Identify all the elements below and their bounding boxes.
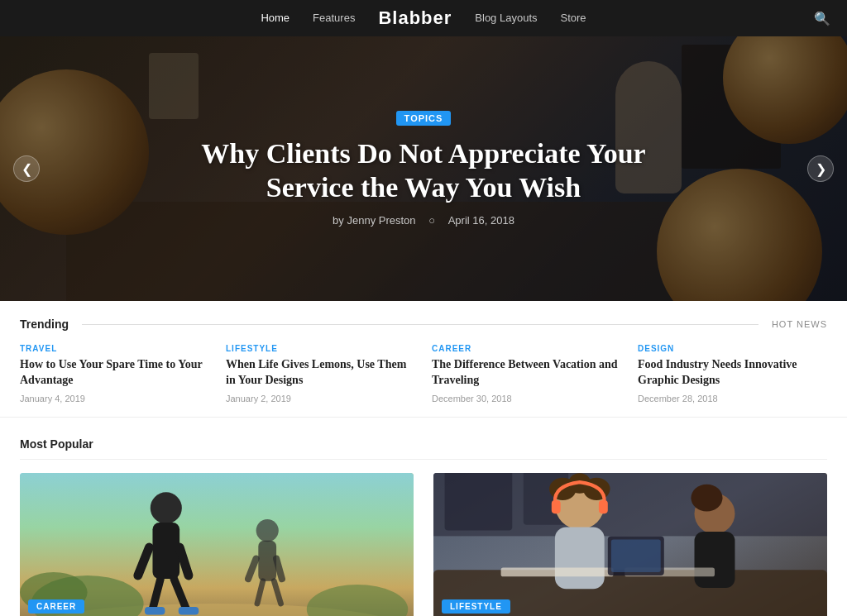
svg-rect-29 <box>599 500 608 513</box>
svg-point-32 <box>691 485 722 512</box>
trending-date-2: January 2, 2019 <box>226 394 415 404</box>
trending-items: TRAVEL How to Use Your Spare Time to You… <box>20 344 827 404</box>
popular-card-1: CAREER What Keeps Us Going: Find Your Wa… <box>20 473 414 616</box>
list-item: TRAVEL How to Use Your Spare Time to You… <box>20 344 209 404</box>
hero-meta-separator: ○ <box>428 214 435 227</box>
workshop-illustration <box>433 473 827 616</box>
popular-card-2: LIFESTYLE There Is No Way People Can Tak… <box>433 473 827 616</box>
hero-title: Why Clients Do Not Appreciate Your Servi… <box>192 137 655 205</box>
trending-title-4[interactable]: Food Industry Needs Innovative Graphic D… <box>638 357 827 389</box>
hero-author: by Jenny Preston <box>333 214 415 227</box>
trending-divider <box>82 324 758 325</box>
popular-section: Most Popular <box>0 418 847 616</box>
popular-card-image-2[interactable]: LIFESTYLE <box>433 473 827 616</box>
list-item: CAREER The Difference Between Vacation a… <box>432 344 621 404</box>
search-icon[interactable]: 🔍 <box>814 11 830 26</box>
nav-store[interactable]: Store <box>561 12 586 24</box>
nav-links: Home Features Blabber Blog Layouts Store <box>261 7 586 29</box>
list-item: LIFESTYLE When Life Gives Lemons, Use Th… <box>226 344 415 404</box>
trending-category-4[interactable]: DESIGN <box>638 344 827 353</box>
hero-section: ❮ TOPICS Why Clients Do Not Appreciate Y… <box>0 36 847 301</box>
workshop-image <box>433 473 827 616</box>
popular-card-image-1[interactable]: CAREER <box>20 473 414 616</box>
hero-next-button[interactable]: ❯ <box>807 155 834 182</box>
popular-card-2-badge[interactable]: LIFESTYLE <box>442 599 510 614</box>
nav-features[interactable]: Features <box>313 12 355 24</box>
svg-rect-34 <box>501 567 614 576</box>
nav-blog-layouts[interactable]: Blog Layouts <box>475 12 537 24</box>
hero-date: April 16, 2018 <box>448 214 514 227</box>
trending-date-3: December 30, 2018 <box>432 394 621 404</box>
popular-card-1-badge[interactable]: CAREER <box>28 599 84 614</box>
svg-rect-22 <box>445 473 513 531</box>
trending-category-2[interactable]: LIFESTYLE <box>226 344 415 353</box>
nav-home[interactable]: Home <box>261 12 290 24</box>
svg-rect-33 <box>695 532 735 588</box>
running-illustration <box>20 473 414 616</box>
hero-topics-badge[interactable]: TOPICS <box>396 111 452 126</box>
svg-rect-37 <box>611 539 661 571</box>
trending-date-4: December 28, 2018 <box>638 394 827 404</box>
popular-grid: CAREER What Keeps Us Going: Find Your Wa… <box>20 473 827 616</box>
svg-rect-8 <box>145 607 165 615</box>
trending-category-1[interactable]: TRAVEL <box>20 344 209 353</box>
trending-header: Trending HOT NEWS <box>20 318 827 331</box>
svg-point-10 <box>256 519 279 542</box>
hero-prev-button[interactable]: ❮ <box>13 155 40 182</box>
trending-title-3[interactable]: The Difference Between Vacation and Trav… <box>432 357 621 389</box>
trending-title-2[interactable]: When Life Gives Lemons, Use Them in Your… <box>226 357 415 389</box>
hero-content: TOPICS Why Clients Do Not Appreciate You… <box>175 111 672 227</box>
popular-section-title: Most Popular <box>20 437 827 460</box>
trending-date-1: January 4, 2019 <box>20 394 209 404</box>
trending-title-1[interactable]: How to Use Your Spare Time to Your Advan… <box>20 357 209 389</box>
trending-section: Trending HOT NEWS TRAVEL How to Use Your… <box>0 301 847 418</box>
trending-category-3[interactable]: CAREER <box>432 344 621 353</box>
svg-rect-9 <box>179 607 199 615</box>
svg-rect-3 <box>152 523 179 579</box>
hot-news-badge: HOT NEWS <box>772 319 827 329</box>
site-logo[interactable]: Blabber <box>378 7 452 28</box>
list-item: DESIGN Food Industry Needs Innovative Gr… <box>638 344 827 404</box>
hero-meta: by Jenny Preston ○ April 16, 2018 <box>192 214 655 227</box>
running-image <box>20 473 414 616</box>
svg-rect-28 <box>552 500 561 513</box>
navigation: Home Features Blabber Blog Layouts Store… <box>0 0 847 36</box>
svg-rect-30 <box>555 527 605 589</box>
trending-title: Trending <box>20 318 69 331</box>
svg-point-2 <box>151 492 182 523</box>
